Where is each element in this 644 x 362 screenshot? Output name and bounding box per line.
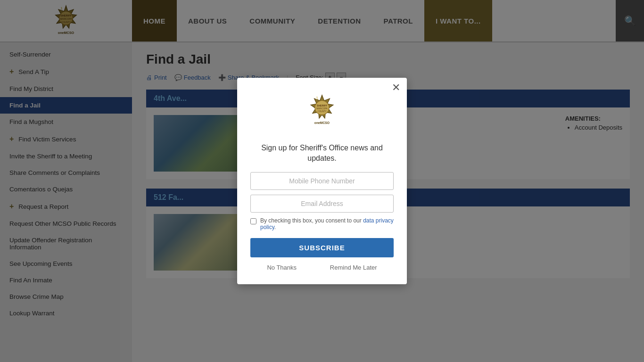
modal-close-button[interactable]: ✕ <box>392 82 400 93</box>
subscription-modal: ✕ SHERIFF MARICOPA COUNTY 1 oneMCSO Sign… <box>237 78 407 285</box>
svg-text:oneMCSO: oneMCSO <box>314 121 330 124</box>
consent-text: By checking this box, you consent to our… <box>260 217 394 230</box>
phone-input[interactable] <box>250 172 394 190</box>
subscribe-button[interactable]: SUBSCRIBE <box>250 238 394 257</box>
svg-text:MARICOPA: MARICOPA <box>316 107 328 110</box>
modal-logo: SHERIFF MARICOPA COUNTY 1 oneMCSO <box>301 93 343 135</box>
svg-text:1: 1 <box>316 96 318 100</box>
consent-checkbox[interactable] <box>250 218 256 224</box>
consent-row: By checking this box, you consent to our… <box>250 217 394 230</box>
svg-text:SHERIFF: SHERIFF <box>317 104 328 107</box>
svg-text:COUNTY: COUNTY <box>318 110 327 113</box>
modal-footer: No Thanks Remind Me Later <box>250 264 394 271</box>
no-thanks-link[interactable]: No Thanks <box>267 264 297 271</box>
modal-badge-svg: SHERIFF MARICOPA COUNTY 1 oneMCSO <box>301 93 343 128</box>
remind-later-link[interactable]: Remind Me Later <box>330 264 377 271</box>
modal-title: Sign up for Sheriff's Office news and up… <box>250 143 394 164</box>
email-input[interactable] <box>250 195 394 213</box>
modal-overlay[interactable]: ✕ SHERIFF MARICOPA COUNTY 1 oneMCSO Sign… <box>0 0 644 362</box>
